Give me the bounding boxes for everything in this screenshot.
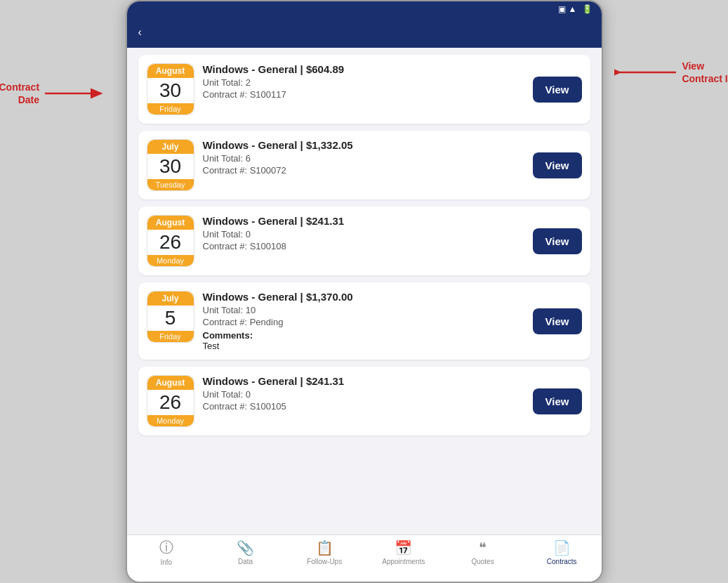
contract-info: Windows - General | $1,370.00 Unit Total… xyxy=(203,291,524,351)
view-contract-arrow xyxy=(614,66,677,79)
cal-day: 30 xyxy=(147,154,194,179)
tab-appointments[interactable]: 📅 Appointments xyxy=(364,535,444,569)
contract-number: Contract #: S100105 xyxy=(203,401,524,412)
contracts-tab-icon: 📄 xyxy=(553,539,571,556)
contract-card: July 5 Friday Windows - General | $1,370… xyxy=(138,282,590,360)
tab-bar: ⓘ Info 📎 Data 📋 Follow-Ups 📅 Appointment… xyxy=(127,535,602,569)
unit-total: Unit Total: 0 xyxy=(203,229,524,240)
contract-info: Windows - General | $604.89 Unit Total: … xyxy=(203,63,524,101)
device-frame: ▣ ▲ 🔋 ‹ August 30 Friday Windows - Gener… xyxy=(126,0,603,583)
info-tab-label: Info xyxy=(160,558,172,566)
cal-weekday: Friday xyxy=(147,331,194,342)
calendar-icon: July 30 Tuesday xyxy=(147,139,194,191)
data-tab-label: Data xyxy=(238,558,253,565)
appointments-tab-label: Appointments xyxy=(382,558,425,565)
contract-info: Windows - General | $241.31 Unit Total: … xyxy=(203,375,524,413)
cal-month: August xyxy=(147,64,194,78)
tab-info[interactable]: ⓘ Info xyxy=(127,535,206,569)
cal-day: 30 xyxy=(147,78,194,103)
contract-card: August 26 Monday Windows - General | $24… xyxy=(138,367,590,435)
view-contract-button[interactable]: View xyxy=(533,152,582,178)
view-contract-annotation: ViewContract Info xyxy=(682,60,728,85)
cal-month: August xyxy=(147,376,194,390)
quotes-tab-label: Quotes xyxy=(471,558,494,565)
unit-total: Unit Total: 0 xyxy=(203,389,524,400)
contract-info: Windows - General | $1,332.05 Unit Total… xyxy=(203,139,524,177)
view-contract-button[interactable]: View xyxy=(533,388,582,414)
cal-month: August xyxy=(147,216,194,230)
contract-card: July 30 Tuesday Windows - General | $1,3… xyxy=(138,131,590,199)
unit-total: Unit Total: 10 xyxy=(203,305,524,315)
contract-number: Contract #: Pending xyxy=(203,317,524,327)
contract-date-arrow xyxy=(44,87,107,100)
contract-title: Windows - General | $1,370.00 xyxy=(203,291,524,303)
view-contract-button[interactable]: View xyxy=(533,228,582,254)
followups-tab-icon: 📋 xyxy=(316,539,333,556)
back-button[interactable]: ‹ xyxy=(138,26,145,39)
contract-title: Windows - General | $241.31 xyxy=(203,375,524,387)
cal-weekday: Monday xyxy=(147,255,194,266)
cal-weekday: Tuesday xyxy=(147,179,194,190)
view-contract-button[interactable]: View xyxy=(533,308,582,334)
tab-quotes[interactable]: ❝ Quotes xyxy=(443,535,522,569)
chevron-left-icon: ‹ xyxy=(138,26,142,39)
cal-weekday: Monday xyxy=(147,415,194,426)
contract-card: August 30 Friday Windows - General | $60… xyxy=(138,55,590,124)
cal-weekday: Friday xyxy=(147,103,194,114)
contract-title: Windows - General | $1,332.05 xyxy=(203,139,524,151)
appointments-tab-icon: 📅 xyxy=(395,539,412,556)
tab-data[interactable]: 📎 Data xyxy=(206,535,285,569)
contract-info: Windows - General | $241.31 Unit Total: … xyxy=(203,215,524,253)
cal-day: 26 xyxy=(147,390,194,415)
calendar-icon: August 26 Monday xyxy=(147,215,194,267)
status-icons: ▣ ▲ 🔋 xyxy=(558,4,593,14)
tab-followups[interactable]: 📋 Follow-Ups xyxy=(285,535,364,569)
wifi-icon: ▣ xyxy=(558,4,566,14)
contract-number: Contract #: S100072 xyxy=(203,165,524,176)
nav-bar: ‹ xyxy=(127,17,602,48)
contract-number: Contract #: S100117 xyxy=(203,89,524,100)
cal-month: July xyxy=(147,292,194,306)
comments-label: Comments: xyxy=(203,330,524,341)
calendar-icon: August 26 Monday xyxy=(147,375,194,427)
tab-contracts[interactable]: 📄 Contracts xyxy=(522,535,602,569)
calendar-icon: August 30 Friday xyxy=(147,63,194,115)
contract-title: Windows - General | $604.89 xyxy=(203,63,524,75)
info-tab-icon: ⓘ xyxy=(159,538,173,557)
contract-number: Contract #: S100108 xyxy=(203,241,524,251)
contract-card: August 26 Monday Windows - General | $24… xyxy=(138,207,590,275)
contract-title: Windows - General | $241.31 xyxy=(203,215,524,227)
cal-day: 26 xyxy=(147,230,194,255)
unit-total: Unit Total: 2 xyxy=(203,77,524,88)
unit-total: Unit Total: 6 xyxy=(203,153,524,164)
cal-day: 5 xyxy=(147,306,194,331)
followups-tab-label: Follow-Ups xyxy=(307,558,342,565)
view-contract-button[interactable]: View xyxy=(533,77,582,103)
contracts-tab-label: Contracts xyxy=(547,558,577,565)
status-bar: ▣ ▲ 🔋 xyxy=(127,1,602,17)
quotes-tab-icon: ❝ xyxy=(479,539,487,556)
data-tab-icon: 📎 xyxy=(237,539,254,556)
battery-icon: 🔋 xyxy=(582,4,593,14)
comments-value: Test xyxy=(203,341,524,351)
cal-month: July xyxy=(147,140,194,154)
contract-date-annotation: ContractDate xyxy=(0,81,39,106)
signal-icon: ▲ xyxy=(569,4,577,14)
calendar-icon: July 5 Friday xyxy=(147,291,194,343)
contracts-list: August 30 Friday Windows - General | $60… xyxy=(127,48,602,535)
